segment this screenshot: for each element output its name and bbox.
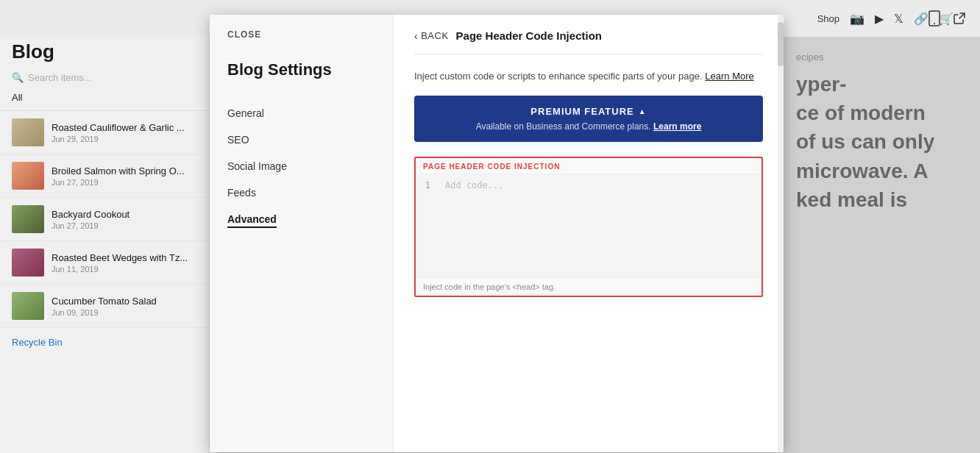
modal-left-panel: CLOSE Blog Settings General SEO Social I… <box>210 15 394 452</box>
blog-item-date: Jun 09, 2019 <box>52 308 197 317</box>
code-placeholder[interactable]: Add code... <box>438 174 761 277</box>
filter-all[interactable]: All <box>0 92 209 111</box>
modal-right-title: Page Header Code Injection <box>456 29 602 42</box>
chevron-left-icon: ‹ <box>414 30 418 42</box>
search-placeholder: Search items... <box>28 72 92 83</box>
blog-item-info: Cucumber Tomato Salad Jun 09, 2019 <box>52 296 197 317</box>
search-bar[interactable]: 🔍 Search items... <box>0 72 209 92</box>
mobile-preview-button[interactable] <box>926 10 943 27</box>
sidebar: ‹ PAGES Blog 🔍 Search items... All Roast… <box>0 0 210 453</box>
blog-item-thumbnail <box>12 162 44 190</box>
blog-item-date: Jun 29, 2019 <box>52 135 197 143</box>
external-link-button[interactable] <box>951 10 968 27</box>
premium-learn-more-link[interactable]: Learn more <box>653 121 701 132</box>
code-injection-label: PAGE HEADER CODE INJECTION <box>416 158 761 174</box>
modal-right-header: ‹ BACK Page Header Code Injection <box>414 29 763 54</box>
blog-list-item[interactable]: Roasted Cauliflower & Garlic ... Jun 29,… <box>0 111 209 154</box>
blog-item-thumbnail <box>12 249 44 277</box>
blog-item-date: Jun 27, 2019 <box>52 178 197 187</box>
learn-more-link[interactable]: Learn More <box>705 71 753 82</box>
nav-item-advanced[interactable]: Advanced <box>227 206 277 228</box>
nav-item-social-image[interactable]: Social Image <box>227 153 375 179</box>
blog-list-item[interactable]: Cucumber Tomato Salad Jun 09, 2019 <box>0 285 209 328</box>
youtube-icon: ▶ <box>875 12 884 26</box>
description-text: Inject custom code or scripts to enhance… <box>414 69 763 84</box>
blog-item-info: Broiled Salmon with Spring O... Jun 27, … <box>52 165 197 187</box>
premium-subtitle: Available on Business and Commerce plans… <box>429 121 748 132</box>
modal-scrollbar-thumb <box>778 22 784 66</box>
code-footer-note: Inject code in the page's <head> tag. <box>416 277 761 296</box>
nav-item-feeds[interactable]: Feeds <box>227 179 375 206</box>
premium-title: PREMIUM FEATURE ▲ <box>429 106 748 117</box>
line-number: 1 <box>416 174 438 277</box>
blog-item-thumbnail <box>12 292 44 320</box>
blog-item-title: Cucumber Tomato Salad <box>52 296 197 307</box>
blog-item-thumbnail <box>12 118 44 146</box>
blog-item-info: Backyard Cookout Jun 27, 2019 <box>52 209 197 230</box>
blog-item-title: Roasted Cauliflower & Garlic ... <box>52 122 197 133</box>
blog-list-item[interactable]: Roasted Beet Wedges with Tz... Jun 11, 2… <box>0 241 209 285</box>
blog-item-thumbnail <box>12 205 44 233</box>
premium-banner[interactable]: PREMIUM FEATURE ▲ Available on Business … <box>414 96 763 142</box>
premium-arrow-icon: ▲ <box>639 107 647 115</box>
blog-item-title: Roasted Beet Wedges with Tz... <box>52 252 197 263</box>
blog-item-title: Backyard Cookout <box>52 209 197 220</box>
blog-item-date: Jun 27, 2019 <box>52 221 197 230</box>
premium-title-text: PREMIUM FEATURE <box>530 106 633 117</box>
modal-scrollbar[interactable] <box>778 15 784 452</box>
modal: CLOSE Blog Settings General SEO Social I… <box>210 15 784 452</box>
blog-item-date: Jun 11, 2019 <box>52 265 197 274</box>
description-body: Inject custom code or scripts to enhance… <box>414 71 705 82</box>
blog-item-info: Roasted Beet Wedges with Tz... Jun 11, 2… <box>52 252 197 274</box>
close-button[interactable]: CLOSE <box>227 29 375 40</box>
modal-section-title: Blog Settings <box>227 60 375 79</box>
website-background-content: ecipes yper-ce of modernof us can onlymi… <box>781 37 980 453</box>
instagram-icon: 📷 <box>850 12 864 26</box>
modal-right-panel: ‹ BACK Page Header Code Injection Inject… <box>394 15 784 452</box>
search-icon: 🔍 <box>12 72 24 83</box>
nav-item-seo[interactable]: SEO <box>227 126 375 153</box>
code-area[interactable]: 1 Add code... <box>416 174 761 277</box>
recycle-bin[interactable]: Recycle Bin <box>0 328 209 357</box>
twitter-icon: 𝕏 <box>894 12 903 26</box>
svg-point-1 <box>934 23 935 24</box>
blog-item-title: Broiled Salmon with Spring O... <box>52 165 197 176</box>
back-button[interactable]: ‹ BACK <box>414 30 449 42</box>
shop-label: Shop <box>817 13 839 24</box>
code-injection-container: PAGE HEADER CODE INJECTION 1 Add code...… <box>414 157 763 297</box>
editor-top-controls <box>914 0 980 37</box>
blog-list-item[interactable]: Backyard Cookout Jun 27, 2019 <box>0 198 209 241</box>
blog-item-info: Roasted Cauliflower & Garlic ... Jun 29,… <box>52 122 197 143</box>
premium-subtitle-text: Available on Business and Commerce plans… <box>476 121 651 132</box>
nav-item-general[interactable]: General <box>227 100 375 126</box>
bg-text-large: yper-ce of modernof us can onlymicrowave… <box>796 70 965 214</box>
bg-text-small: ecipes <box>796 51 965 63</box>
blog-list-item[interactable]: Broiled Salmon with Spring O... Jun 27, … <box>0 154 209 198</box>
back-label: BACK <box>421 30 448 41</box>
